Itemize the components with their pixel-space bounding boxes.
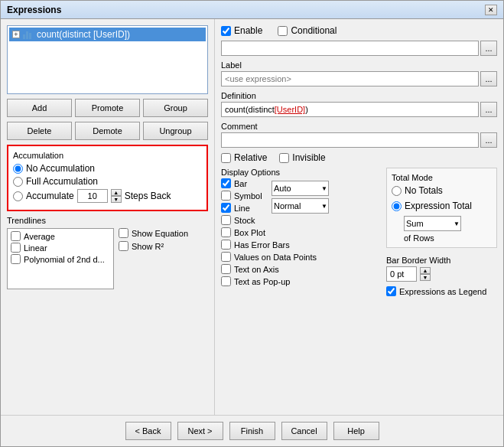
spin-buttons: ▲ ▼ [111,189,122,203]
tree-item[interactable]: + count(distinct [UserID]) [9,28,206,41]
line-dropdown-row: Normal ▼ [272,198,329,214]
text-as-popup-row: Text as Pop-up [221,276,380,286]
cancel-button[interactable]: Cancel [281,422,327,440]
spin-down-button[interactable]: ▼ [111,196,122,203]
accumulate-radio[interactable] [13,191,23,201]
bottom-bar: < Back Next > Finish Cancel Help [1,415,503,446]
display-options-col1: Bar Symbol Line [221,178,265,237]
bar-border-spin-down[interactable]: ▼ [420,274,431,281]
spinbox-group: ▲ ▼ Steps Back [77,189,171,203]
close-button[interactable]: ✕ [485,5,497,15]
no-accumulation-radio[interactable] [13,164,23,174]
stock-checkbox[interactable] [221,215,231,225]
bar-border-input[interactable] [386,266,417,282]
show-equation-check[interactable] [119,228,128,238]
has-error-bars-checkbox[interactable] [221,240,231,250]
definition-param: [UserID] [275,105,305,114]
accumulation-title: Accumulation [13,151,202,160]
display-options-section: Display Options Bar Symbol [221,168,380,296]
trendlines-title: Trendlines [7,216,208,225]
invisible-label: Invisible [292,152,325,163]
conditional-checkbox[interactable] [278,26,288,36]
comment-input[interactable] [221,132,479,148]
of-rows-label: of Rows [392,233,492,243]
line-dropdown[interactable]: Normal [272,198,329,214]
symbol-dropdown[interactable]: Auto [272,181,329,196]
full-accumulation-radio[interactable] [13,177,23,187]
line-label: Line [234,204,250,213]
relative-checkbox[interactable] [221,153,231,163]
definition-browse-button[interactable]: ... [480,102,497,117]
bar-checkbox[interactable] [221,178,231,188]
trendline-item-poly2[interactable]: Polynomial of 2nd d... [9,253,112,265]
bar-border-title: Bar Border Width [386,256,497,265]
promote-button[interactable]: Promote [75,99,140,117]
comment-browse-button[interactable]: ... [480,132,497,148]
definition-display: count(distinct [UserID]) [221,102,479,117]
trendline-average-check[interactable] [11,231,21,241]
delete-button[interactable]: Delete [7,122,72,140]
enable-conditional-row: Enable Conditional [221,25,497,36]
enable-group: Enable [221,25,262,36]
accumulate-label: Accumulate [26,191,74,201]
trendlines-list[interactable]: Average Linear Polynomial of 2nd d... [7,228,114,289]
steps-back-input[interactable] [77,189,108,203]
next-button[interactable]: Next > [177,422,223,440]
values-on-data-points-row: Values on Data Points [221,252,380,262]
ungroup-button[interactable]: Ungroup [143,122,208,140]
label-browse-button[interactable]: ... [480,71,497,86]
group-button[interactable]: Group [143,99,208,117]
conditional-input[interactable] [221,41,479,56]
line-checkbox[interactable] [221,203,231,213]
show-r2-label: Show R² [132,242,164,251]
label-input[interactable] [221,71,479,86]
line-row: Line [221,203,265,213]
bar-label: Bar [234,179,247,188]
total-mode-section: Total Mode No Totals Expression Total [386,168,497,248]
text-on-axis-row: Text on Axis [221,264,380,274]
text-on-axis-checkbox[interactable] [221,264,231,274]
bar-border-section: Bar Border Width ▲ ▼ [386,256,497,282]
definition-input-row: count(distinct [UserID]) ... [221,102,497,117]
conditional-browse-button[interactable]: ... [480,41,497,56]
invisible-group: Invisible [279,152,325,163]
text-as-popup-checkbox[interactable] [221,276,231,286]
box-plot-checkbox[interactable] [221,227,231,237]
text-on-axis-label: Text on Axis [234,265,279,274]
invisible-checkbox[interactable] [279,153,289,163]
demote-button[interactable]: Demote [75,122,140,140]
trendline-poly2-check[interactable] [11,254,21,264]
expressions-dialog: Expressions ✕ + count(distinct [UserID]) [0,0,504,447]
full-accumulation-label: Full Accumulation [26,176,98,187]
expression-tree[interactable]: + count(distinct [UserID]) [7,25,208,94]
expression-total-radio[interactable] [392,201,402,211]
no-totals-label: No Totals [405,185,443,196]
enable-checkbox[interactable] [221,26,231,36]
trendline-item-average[interactable]: Average [9,230,112,242]
left-panel: + count(distinct [UserID]) Add Promote G… [1,19,215,415]
trendlines-content: Average Linear Polynomial of 2nd d... [7,228,208,289]
title-bar: Expressions ✕ [1,1,503,19]
bottom-options-row: Display Options Bar Symbol [221,168,497,296]
back-button[interactable]: < Back [125,422,171,440]
add-button[interactable]: Add [7,99,72,117]
values-on-data-points-checkbox[interactable] [221,252,231,262]
sum-dropdown[interactable]: Sum [404,216,461,231]
trendline-item-linear[interactable]: Linear [9,242,112,253]
trendline-average-label: Average [24,232,55,241]
no-totals-radio[interactable] [392,186,402,196]
symbol-checkbox[interactable] [221,191,231,201]
expressions-legend-checkbox[interactable] [386,286,396,296]
finish-button[interactable]: Finish [229,422,275,440]
comment-field-row: Comment ... [221,122,497,148]
bar-border-spin-up[interactable]: ▲ [420,267,431,274]
show-r2-check[interactable] [119,241,128,251]
spin-up-button[interactable]: ▲ [111,189,122,196]
conditional-group: Conditional [278,25,337,36]
trendline-linear-check[interactable] [11,243,21,253]
help-button[interactable]: Help [333,422,379,440]
expressions-legend-label: Expressions as Legend [399,287,486,296]
display-options-columns: Bar Symbol Line [221,178,380,237]
expand-icon[interactable]: + [12,31,20,38]
label-field-label: Label [221,60,497,70]
